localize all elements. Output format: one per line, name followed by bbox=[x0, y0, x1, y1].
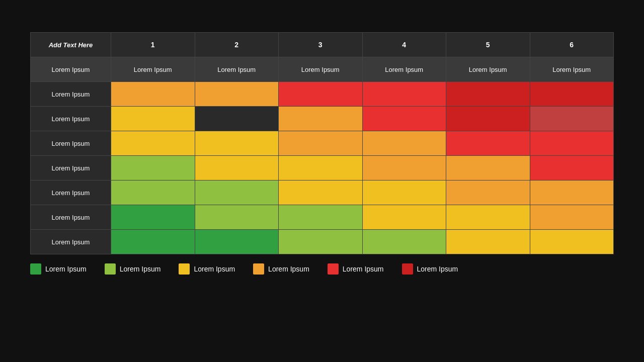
legend-label-3: Lorem Ipsum bbox=[268, 265, 309, 273]
cell-2-0 bbox=[111, 131, 195, 156]
legend-item-3: Lorem Ipsum bbox=[253, 263, 309, 275]
cell-6-1 bbox=[195, 230, 279, 254]
row-label-5: Lorem Ipsum bbox=[31, 205, 111, 230]
cell-1-0 bbox=[111, 107, 195, 131]
table-row: Lorem Ipsum bbox=[31, 131, 614, 156]
legend-color-0 bbox=[30, 263, 41, 275]
table-body: Lorem IpsumLorem IpsumLorem IpsumLorem I… bbox=[31, 82, 614, 254]
heatmap-table-container: Add Text Here123456 Lorem IpsumLorem Ips… bbox=[30, 32, 614, 254]
legend-item-0: Lorem Ipsum bbox=[30, 263, 87, 275]
cell-6-4 bbox=[446, 230, 530, 254]
subheader-cell-4: Lorem Ipsum bbox=[362, 57, 446, 82]
table-row: Lorem Ipsum bbox=[31, 156, 614, 180]
row-label-4: Lorem Ipsum bbox=[31, 180, 111, 205]
col-header-1: 1 bbox=[111, 33, 195, 57]
cell-2-2 bbox=[279, 131, 363, 156]
cell-3-3 bbox=[362, 156, 446, 180]
subheader-cell-5: Lorem Ipsum bbox=[446, 57, 530, 82]
legend-label-0: Lorem Ipsum bbox=[45, 265, 87, 273]
row-label-3: Lorem Ipsum bbox=[31, 156, 111, 180]
legend-item-1: Lorem Ipsum bbox=[105, 263, 161, 275]
subheader-row: Lorem IpsumLorem IpsumLorem IpsumLorem I… bbox=[31, 57, 614, 82]
cell-5-3 bbox=[362, 205, 446, 230]
cell-0-1 bbox=[195, 82, 279, 107]
cell-4-2 bbox=[279, 180, 363, 205]
legend-color-4 bbox=[328, 263, 339, 275]
cell-5-5 bbox=[530, 205, 614, 230]
cell-6-2 bbox=[279, 230, 363, 254]
cell-5-2 bbox=[279, 205, 363, 230]
page: Add Text Here123456 Lorem IpsumLorem Ips… bbox=[0, 0, 644, 362]
cell-4-0 bbox=[111, 180, 195, 205]
row-label-6: Lorem Ipsum bbox=[31, 230, 111, 254]
cell-6-5 bbox=[530, 230, 614, 254]
cell-1-5 bbox=[530, 107, 614, 131]
legend-item-2: Lorem Ipsum bbox=[179, 263, 235, 275]
legend-label-4: Lorem Ipsum bbox=[343, 265, 384, 273]
cell-6-0 bbox=[111, 230, 195, 254]
cell-4-5 bbox=[530, 180, 614, 205]
column-header-row: Add Text Here123456 bbox=[31, 33, 614, 57]
cell-4-3 bbox=[362, 180, 446, 205]
col-header-3: 3 bbox=[279, 33, 363, 57]
cell-5-1 bbox=[195, 205, 279, 230]
row-label-0: Lorem Ipsum bbox=[31, 82, 111, 107]
legend-label-2: Lorem Ipsum bbox=[194, 265, 235, 273]
cell-3-4 bbox=[446, 156, 530, 180]
legend-label-5: Lorem Ipsum bbox=[417, 265, 458, 273]
cell-0-3 bbox=[362, 82, 446, 107]
cell-3-5 bbox=[530, 156, 614, 180]
table-row: Lorem Ipsum bbox=[31, 107, 614, 131]
table-row: Lorem Ipsum bbox=[31, 180, 614, 205]
col-header-4: 4 bbox=[362, 33, 446, 57]
cell-1-4 bbox=[446, 107, 530, 131]
cell-5-4 bbox=[446, 205, 530, 230]
cell-4-4 bbox=[446, 180, 530, 205]
legend-item-4: Lorem Ipsum bbox=[328, 263, 384, 275]
cell-0-0 bbox=[111, 82, 195, 107]
cell-1-1 bbox=[195, 107, 279, 131]
cell-4-1 bbox=[195, 180, 279, 205]
cell-0-5 bbox=[530, 82, 614, 107]
cell-5-0 bbox=[111, 205, 195, 230]
cell-0-4 bbox=[446, 82, 530, 107]
legend-item-5: Lorem Ipsum bbox=[402, 263, 458, 275]
table-row: Lorem Ipsum bbox=[31, 82, 614, 107]
legend-label-1: Lorem Ipsum bbox=[120, 265, 161, 273]
table-row: Lorem Ipsum bbox=[31, 230, 614, 254]
legend-color-1 bbox=[105, 263, 116, 275]
row-label-2: Lorem Ipsum bbox=[31, 131, 111, 156]
subheader-cell-6: Lorem Ipsum bbox=[530, 57, 614, 82]
cell-3-0 bbox=[111, 156, 195, 180]
legend: Lorem IpsumLorem IpsumLorem IpsumLorem I… bbox=[30, 263, 614, 275]
cell-2-3 bbox=[362, 131, 446, 156]
cell-3-2 bbox=[279, 156, 363, 180]
subheader-cell-1: Lorem Ipsum bbox=[111, 57, 195, 82]
cell-2-4 bbox=[446, 131, 530, 156]
cell-6-3 bbox=[362, 230, 446, 254]
cell-2-1 bbox=[195, 131, 279, 156]
cell-1-2 bbox=[279, 107, 363, 131]
subheader-cell-2: Lorem Ipsum bbox=[195, 57, 279, 82]
cell-0-2 bbox=[279, 82, 363, 107]
subheader-cell-3: Lorem Ipsum bbox=[279, 57, 363, 82]
cell-1-3 bbox=[362, 107, 446, 131]
col-header-5: 5 bbox=[446, 33, 530, 57]
heatmap-table: Add Text Here123456 Lorem IpsumLorem Ips… bbox=[30, 32, 614, 254]
col-header-6: 6 bbox=[530, 33, 614, 57]
legend-color-3 bbox=[253, 263, 264, 275]
col-header-2: 2 bbox=[195, 33, 279, 57]
corner-header: Add Text Here bbox=[31, 33, 111, 57]
legend-color-2 bbox=[179, 263, 190, 275]
cell-2-5 bbox=[530, 131, 614, 156]
legend-color-5 bbox=[402, 263, 413, 275]
table-row: Lorem Ipsum bbox=[31, 205, 614, 230]
cell-3-1 bbox=[195, 156, 279, 180]
subheader-cell-0: Lorem Ipsum bbox=[31, 57, 111, 82]
row-label-1: Lorem Ipsum bbox=[31, 107, 111, 131]
